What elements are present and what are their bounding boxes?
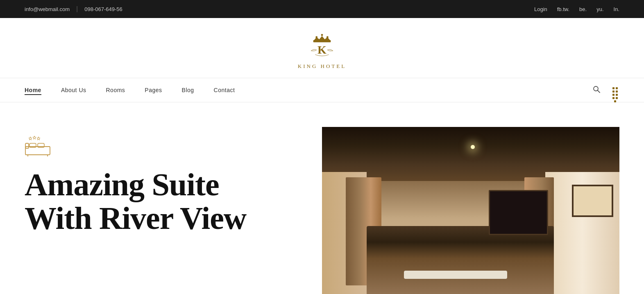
nav-link-pages[interactable]: Pages: [145, 87, 162, 93]
svg-rect-3: [313, 40, 331, 42]
hero-right: [322, 127, 619, 294]
svg-rect-8: [25, 143, 29, 148]
hero-section: Amazing Suite With River View: [0, 102, 644, 294]
phone-text: 098-067-649-56: [84, 6, 122, 12]
nav-item-contact[interactable]: Contact: [214, 86, 235, 94]
nav-item-rooms[interactable]: Rooms: [106, 86, 125, 94]
search-icon: [592, 85, 601, 93]
bed-icon: [25, 135, 51, 156]
nav-link-about[interactable]: About Us: [61, 87, 86, 93]
svg-rect-7: [25, 147, 50, 155]
social-in[interactable]: In.: [614, 6, 619, 12]
nav-link-blog[interactable]: Blog: [182, 87, 194, 93]
top-bar: info@webmail.com | 098-067-649-56 Login …: [0, 0, 644, 18]
social-fb[interactable]: fb.tw.: [557, 6, 569, 12]
logo-container: K KING HOTEL: [298, 29, 346, 70]
top-bar-left: info@webmail.com | 098-067-649-56: [25, 5, 122, 13]
room-picture-frame: [572, 185, 614, 217]
hotel-name: KING HOTEL: [298, 63, 346, 70]
grid-menu-button[interactable]: [610, 86, 619, 95]
email-text: info@webmail.com: [25, 6, 70, 12]
hero-bed-icon: [25, 135, 322, 158]
nav-link-home[interactable]: Home: [25, 87, 41, 95]
login-link[interactable]: Login: [534, 6, 547, 12]
nav-link-contact[interactable]: Contact: [214, 87, 235, 93]
nav-link-rooms[interactable]: Rooms: [106, 87, 125, 93]
hero-title-line1: Amazing Suite: [25, 167, 219, 202]
svg-text:K: K: [317, 43, 327, 56]
hero-title: Amazing Suite With River View: [25, 168, 322, 235]
nav-item-pages[interactable]: Pages: [145, 86, 162, 94]
nav-item-blog[interactable]: Blog: [182, 86, 194, 94]
room-bed: [367, 226, 554, 294]
nav-item-about[interactable]: About Us: [61, 86, 86, 94]
divider: |: [76, 5, 78, 13]
search-button[interactable]: [591, 84, 602, 97]
room-image: [322, 127, 619, 294]
svg-line-6: [598, 90, 600, 93]
logo-icon: K: [306, 29, 338, 62]
hero-left: Amazing Suite With River View: [25, 127, 322, 235]
social-yu[interactable]: yu.: [596, 6, 603, 12]
logo-area: K KING HOTEL: [0, 18, 644, 78]
hero-title-line2: With River View: [25, 200, 246, 236]
top-bar-right: Login fb.tw. be. yu. In.: [534, 6, 619, 12]
social-be[interactable]: be.: [579, 6, 587, 12]
nav-bar: Home About Us Rooms Pages Blog Contact: [0, 78, 644, 102]
nav-item-home[interactable]: Home: [25, 86, 41, 94]
nav-actions: [591, 84, 619, 97]
room-bed-pillow: [404, 271, 507, 279]
nav-links: Home About Us Rooms Pages Blog Contact: [25, 86, 235, 94]
room-ceiling-light: [471, 145, 475, 149]
room-tv: [489, 190, 548, 235]
svg-point-0: [321, 34, 323, 36]
